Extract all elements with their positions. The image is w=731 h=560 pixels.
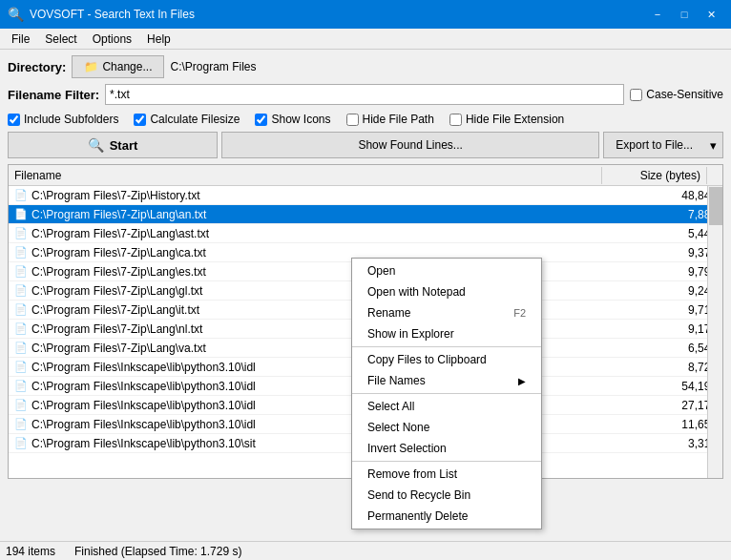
case-sensitive-label[interactable]: Case-Sensitive bbox=[630, 88, 723, 101]
menu-help[interactable]: Help bbox=[139, 31, 178, 48]
export-button-group: Export to File... ▾ bbox=[603, 132, 723, 158]
context-menu-item[interactable]: Rename F2 bbox=[352, 302, 541, 323]
title-bar-left: 🔍 VOVSOFT - Search Text In Files bbox=[8, 7, 195, 22]
file-icon: 📄 bbox=[14, 208, 28, 220]
title-bar-controls: − □ ✕ bbox=[645, 5, 723, 24]
context-menu-item[interactable]: Invert Selection bbox=[352, 438, 541, 459]
hide-file-extension-label[interactable]: Hide File Extension bbox=[449, 113, 564, 126]
hide-file-extension-checkbox[interactable] bbox=[449, 114, 462, 126]
app-icon: 🔍 bbox=[8, 7, 24, 22]
show-found-lines-button[interactable]: Show Found Lines... bbox=[221, 132, 599, 158]
context-menu-item[interactable]: Send to Recycle Bin bbox=[352, 485, 541, 506]
cell-filename: 📄 C:\Program Files\7-Zip\Lang\ast.txt bbox=[9, 227, 617, 240]
scrollbar[interactable] bbox=[707, 186, 722, 478]
table-row[interactable]: 📄 C:\Program Files\7-Zip\History.txt 48,… bbox=[9, 186, 722, 205]
filename-filter-input[interactable] bbox=[105, 84, 624, 105]
cell-filename: 📄 C:\Program Files\7-Zip\History.txt bbox=[9, 189, 617, 202]
show-icons-checkbox[interactable] bbox=[255, 114, 267, 126]
change-directory-button[interactable]: 📁 Change... bbox=[72, 55, 164, 78]
file-icon: 📄 bbox=[14, 189, 28, 201]
context-menu-item[interactable]: Select All bbox=[352, 396, 541, 417]
ctx-item-label: Select All bbox=[367, 400, 414, 413]
ctx-item-label: Permanently Delete bbox=[367, 509, 468, 523]
search-icon: 🔍 bbox=[88, 137, 104, 153]
context-menu-separator bbox=[352, 393, 541, 394]
menu-select[interactable]: Select bbox=[37, 31, 84, 48]
ctx-item-label: Copy Files to Clipboard bbox=[367, 353, 487, 366]
title-bar: 🔍 VOVSOFT - Search Text In Files − □ ✕ bbox=[0, 0, 731, 29]
export-to-file-button[interactable]: Export to File... bbox=[603, 132, 704, 158]
context-menu-item[interactable]: Open with Notepad bbox=[352, 281, 541, 302]
include-subfolders-label[interactable]: Include Subfolders bbox=[8, 113, 118, 126]
directory-label: Directory: bbox=[8, 60, 66, 74]
file-icon: 📄 bbox=[14, 227, 28, 239]
options-row: Include Subfolders Calculate Filesize Sh… bbox=[8, 111, 723, 128]
file-icon: 📄 bbox=[14, 437, 28, 449]
window-title: VOVSOFT - Search Text In Files bbox=[30, 8, 195, 21]
context-menu-separator bbox=[352, 346, 541, 347]
context-menu-separator bbox=[352, 461, 541, 462]
calculate-filesize-checkbox[interactable] bbox=[134, 114, 146, 126]
table-header: Filename Size (bytes) bbox=[9, 165, 722, 186]
context-menu-item[interactable]: Show in Explorer bbox=[352, 323, 541, 344]
export-dropdown-arrow[interactable]: ▾ bbox=[704, 132, 723, 158]
case-sensitive-checkbox[interactable] bbox=[630, 89, 642, 101]
context-menu-item[interactable]: Copy Files to Clipboard bbox=[352, 349, 541, 370]
status-text: Finished (Elapsed Time: 1.729 s) bbox=[74, 545, 241, 558]
status-bar: 194 items Finished (Elapsed Time: 1.729 … bbox=[0, 541, 731, 560]
table-row[interactable]: 📄 C:\Program Files\7-Zip\Lang\ast.txt 5,… bbox=[9, 224, 722, 243]
file-icon: 📄 bbox=[14, 246, 28, 259]
ctx-item-label: Rename bbox=[367, 306, 410, 320]
file-icon: 📄 bbox=[14, 399, 28, 411]
ctx-shortcut: F2 bbox=[513, 307, 526, 319]
maximize-button[interactable]: □ bbox=[672, 5, 697, 24]
ctx-item-label: Send to Recycle Bin bbox=[367, 488, 470, 502]
ctx-item-label: Open with Notepad bbox=[367, 285, 466, 299]
ctx-item-label: Show in Explorer bbox=[367, 327, 454, 341]
menu-file[interactable]: File bbox=[4, 31, 37, 48]
context-menu-item[interactable]: File Names ▶ bbox=[352, 370, 541, 391]
file-icon: 📄 bbox=[14, 322, 28, 335]
context-menu-item[interactable]: Remove from List bbox=[352, 464, 541, 485]
context-menu-item[interactable]: Select None bbox=[352, 417, 541, 438]
directory-path: C:\Program Files bbox=[170, 60, 256, 73]
filename-filter-row: Filename Filter: Case-Sensitive bbox=[8, 84, 723, 105]
submenu-arrow: ▶ bbox=[518, 376, 526, 386]
start-button[interactable]: 🔍 Start bbox=[8, 132, 218, 158]
include-subfolders-checkbox[interactable] bbox=[8, 114, 20, 126]
dropdown-arrow-icon: ▾ bbox=[710, 138, 717, 153]
file-icon: 📄 bbox=[14, 418, 28, 430]
ctx-item-label: File Names bbox=[367, 374, 426, 387]
filename-filter-label: Filename Filter: bbox=[8, 88, 99, 102]
show-icons-label[interactable]: Show Icons bbox=[255, 113, 330, 126]
ctx-item-label: Invert Selection bbox=[367, 442, 447, 455]
ctx-item-label: Select None bbox=[367, 421, 429, 434]
context-menu-item[interactable]: Permanently Delete bbox=[352, 506, 541, 527]
close-button[interactable]: ✕ bbox=[699, 5, 723, 24]
calculate-filesize-label[interactable]: Calculate Filesize bbox=[134, 113, 240, 126]
ctx-item-label: Open bbox=[367, 264, 395, 278]
file-icon: 📄 bbox=[14, 284, 28, 297]
menu-bar: File Select Options Help bbox=[0, 29, 731, 50]
col-filename-header: Filename bbox=[9, 167, 602, 184]
file-icon: 📄 bbox=[14, 303, 28, 316]
file-icon: 📄 bbox=[14, 380, 28, 392]
directory-row: Directory: 📁 Change... C:\Program Files bbox=[8, 55, 723, 78]
context-menu-item[interactable]: Open bbox=[352, 260, 541, 281]
cell-filename: 📄 C:\Program Files\7-Zip\Lang\an.txt bbox=[9, 208, 617, 221]
ctx-item-label: Remove from List bbox=[367, 467, 457, 481]
toolbar-row: 🔍 Start Show Found Lines... Export to Fi… bbox=[8, 132, 723, 158]
folder-icon: 📁 bbox=[84, 60, 98, 73]
file-icon: 📄 bbox=[14, 342, 28, 354]
file-icon: 📄 bbox=[14, 265, 28, 278]
menu-options[interactable]: Options bbox=[85, 31, 139, 48]
hide-file-path-checkbox[interactable] bbox=[346, 114, 359, 126]
file-icon: 📄 bbox=[14, 361, 28, 373]
item-count: 194 items bbox=[6, 545, 55, 558]
hide-file-path-label[interactable]: Hide File Path bbox=[346, 113, 434, 126]
context-menu: Open Open with Notepad Rename F2 Show in… bbox=[351, 258, 542, 529]
col-size-header: Size (bytes) bbox=[602, 167, 707, 184]
minimize-button[interactable]: − bbox=[645, 5, 670, 24]
table-row[interactable]: 📄 C:\Program Files\7-Zip\Lang\an.txt 7,8… bbox=[9, 205, 722, 224]
